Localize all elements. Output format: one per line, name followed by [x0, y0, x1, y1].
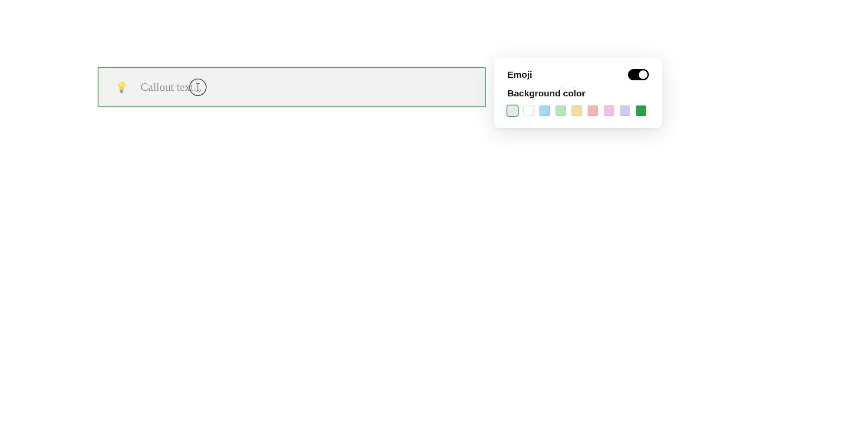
lightbulb-icon[interactable]: 💡: [115, 81, 128, 93]
color-swatch-2[interactable]: [539, 106, 550, 116]
emoji-toggle-row: Emoji: [507, 69, 649, 80]
emoji-toggle[interactable]: [628, 69, 649, 80]
callout-input-wrap: [141, 81, 468, 94]
callout-settings-panel: Emoji Background color: [494, 58, 662, 128]
color-swatch-6[interactable]: [604, 106, 614, 116]
callout-block: 💡: [98, 67, 486, 107]
color-swatch-8[interactable]: [636, 106, 646, 116]
background-color-label: Background color: [507, 88, 649, 99]
color-swatch-1[interactable]: [523, 106, 534, 116]
emoji-setting-label: Emoji: [507, 69, 532, 80]
color-swatch-0[interactable]: [507, 106, 518, 116]
color-swatch-5[interactable]: [588, 106, 598, 116]
color-swatch-7[interactable]: [620, 106, 630, 116]
toggle-knob-icon: [639, 70, 648, 79]
color-swatch-3[interactable]: [556, 106, 566, 116]
color-swatch-4[interactable]: [572, 106, 582, 116]
color-swatch-row: [507, 106, 649, 116]
callout-text-input[interactable]: [141, 81, 468, 94]
